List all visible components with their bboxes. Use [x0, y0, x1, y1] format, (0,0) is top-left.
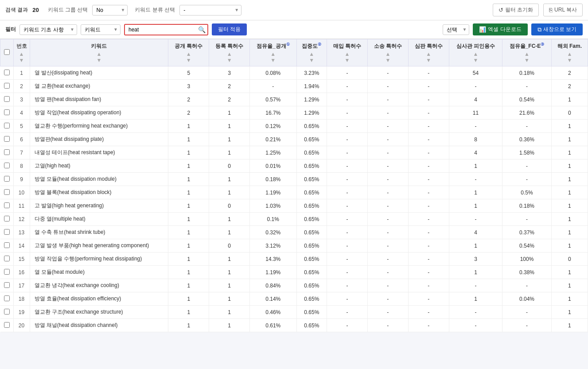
row-examiner-cite: - — [449, 319, 502, 332]
row-checkbox[interactable] — [4, 229, 10, 235]
row-checkbox-cell[interactable] — [0, 199, 14, 213]
url-copy-button[interactable]: ⎘ URL 복사 — [543, 4, 583, 16]
row-checkbox[interactable] — [4, 216, 10, 221]
row-checkbox-cell[interactable] — [0, 173, 14, 186]
row-checkbox[interactable] — [4, 83, 10, 89]
keyword-class-select[interactable]: - — [179, 5, 241, 16]
table-row: 19 열교환 구조(heat exchange structure) 1 1 0… — [0, 306, 588, 319]
row-checkbox-cell[interactable] — [0, 266, 14, 279]
row-share-fce: - — [502, 80, 551, 93]
filter-field-select-wrapper: 키워드 ▼ — [81, 24, 121, 35]
apply-filter-button[interactable]: 필터 적용 — [212, 23, 247, 35]
row-checkbox-cell[interactable] — [0, 106, 14, 120]
row-share-open: 3.12% — [250, 239, 297, 252]
row-share-fce: - — [502, 213, 551, 226]
row-overseas-fam: 1 — [551, 266, 588, 279]
col-header-share-open[interactable]: 점유율_공개①▲▼ — [250, 39, 297, 66]
col-header-trial-patent[interactable]: 심판 특허수▲▼ — [408, 39, 449, 66]
row-checkbox-cell[interactable] — [0, 319, 14, 332]
row-concentration: 0.65% — [296, 133, 327, 146]
row-open-patent: 5 — [168, 66, 209, 80]
row-checkbox-cell[interactable] — [0, 279, 14, 292]
row-checkbox-cell[interactable] — [0, 80, 14, 93]
row-checkbox[interactable] — [4, 282, 10, 288]
filter-type-select[interactable]: 키워드 기초 사항 — [19, 24, 77, 35]
row-checkbox[interactable] — [4, 256, 10, 261]
col-header-concentration[interactable]: 집중도②▲▼ — [296, 39, 327, 66]
row-overseas-fam: 2 — [551, 66, 588, 80]
row-checkbox-cell[interactable] — [0, 93, 14, 106]
search-button[interactable]: 🔍 — [198, 26, 206, 33]
table-row: 11 고 발열(high heat generating) 1 0 1.03% … — [0, 199, 588, 213]
row-checkbox[interactable] — [4, 269, 10, 275]
row-suit-patent: - — [367, 306, 408, 319]
row-share-open: 16.7% — [250, 106, 297, 120]
select-all-header[interactable] — [0, 39, 14, 66]
row-checkbox[interactable] — [4, 309, 10, 315]
row-share-fce: - — [502, 306, 551, 319]
row-checkbox-cell[interactable] — [0, 252, 14, 266]
row-buy-patent: - — [327, 292, 368, 306]
row-checkbox-cell[interactable] — [0, 226, 14, 239]
row-num: 6 — [13, 133, 30, 146]
col-header-reg-patent[interactable]: 등록 특허수▲▼ — [209, 39, 250, 66]
row-reg-patent: 1 — [209, 106, 250, 120]
row-num: 14 — [13, 239, 30, 252]
row-checkbox[interactable] — [4, 176, 10, 182]
row-checkbox-cell[interactable] — [0, 292, 14, 306]
row-share-fce: 0.38% — [502, 266, 551, 279]
row-checkbox[interactable] — [4, 242, 10, 248]
new-window-button[interactable]: ⧉ 새창으로 보기 — [531, 23, 583, 35]
row-reg-patent: 2 — [209, 80, 250, 93]
row-checkbox-cell[interactable] — [0, 133, 14, 146]
excel-download-button[interactable]: 📊 엑셀 다운로드 — [473, 23, 527, 35]
select-all-checkbox[interactable] — [4, 49, 10, 55]
keyword-input[interactable] — [125, 25, 207, 35]
row-checkbox[interactable] — [4, 96, 10, 102]
row-checkbox[interactable] — [4, 322, 10, 328]
col-header-keyword[interactable]: 키워드▲▼ — [30, 39, 168, 66]
keyword-group-select[interactable]: No — [92, 5, 128, 16]
filter-field-select[interactable]: 키워드 — [81, 24, 121, 35]
row-examiner-cite: 4 — [449, 93, 502, 106]
row-checkbox-cell[interactable] — [0, 159, 14, 173]
row-checkbox[interactable] — [4, 295, 10, 301]
col-header-share-fce[interactable]: 점유율_FC-E③▲▼ — [502, 39, 551, 66]
select-dropdown[interactable]: 선택 — [443, 24, 469, 35]
row-checkbox[interactable] — [4, 109, 10, 115]
col-header-examiner-cite[interactable]: 심사관 피인용수▲▼ — [449, 39, 502, 66]
row-checkbox-cell[interactable] — [0, 146, 14, 159]
row-checkbox-cell[interactable] — [0, 213, 14, 226]
row-share-fce: - — [502, 173, 551, 186]
reset-filter-button[interactable]: ↺ 필터 초기화 — [493, 4, 539, 16]
new-window-icon: ⧉ — [537, 26, 541, 33]
row-keyword: 방열 작업을 수행(performing heat dissipating) — [30, 252, 168, 266]
row-share-open: 0.1% — [250, 213, 297, 226]
col-header-suit-patent[interactable]: 소송 특허수▲▼ — [367, 39, 408, 66]
row-checkbox[interactable] — [4, 202, 10, 208]
col-header-num: 번호▲▼ — [13, 39, 30, 66]
row-checkbox[interactable] — [4, 136, 10, 142]
row-suit-patent: - — [367, 80, 408, 93]
row-concentration: 0.65% — [296, 173, 327, 186]
col-header-overseas-fam[interactable]: 해외 Fam.▲▼ — [551, 39, 588, 66]
row-checkbox[interactable] — [4, 163, 10, 168]
row-checkbox-cell[interactable] — [0, 186, 14, 199]
row-share-open: 0.18% — [250, 173, 297, 186]
row-checkbox[interactable] — [4, 123, 10, 128]
row-checkbox-cell[interactable] — [0, 120, 14, 133]
row-reg-patent: 1 — [209, 186, 250, 199]
col-header-buy-patent[interactable]: 매입 특허수▲▼ — [327, 39, 368, 66]
row-num: 11 — [13, 199, 30, 213]
row-concentration: 0.65% — [296, 199, 327, 213]
row-checkbox[interactable] — [4, 149, 10, 155]
row-checkbox[interactable] — [4, 70, 10, 75]
filter-label: 필터 — [5, 26, 16, 33]
col-header-open-patent[interactable]: 공개 특허수▲▼ — [168, 39, 209, 66]
table-row: 5 열교환 수행(performing heat exchange) 1 1 0… — [0, 120, 588, 133]
row-num: 19 — [13, 306, 30, 319]
row-checkbox-cell[interactable] — [0, 66, 14, 80]
row-checkbox-cell[interactable] — [0, 306, 14, 319]
row-checkbox-cell[interactable] — [0, 239, 14, 252]
row-checkbox[interactable] — [4, 189, 10, 195]
